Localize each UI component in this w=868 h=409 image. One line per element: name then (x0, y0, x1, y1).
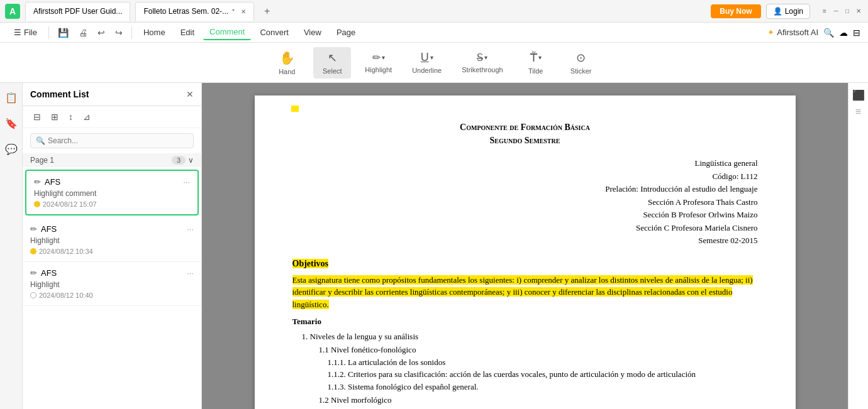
left-icon-bookmark[interactable]: 🔖 (3, 115, 20, 132)
pdf-temario-title: Temario (292, 317, 321, 326)
minimize-button[interactable]: ─ (832, 7, 840, 16)
buy-now-button[interactable]: Buy Now (711, 4, 760, 18)
afirstsoft-ai-button[interactable]: ✦ Afirstsoft AI (767, 28, 818, 37)
pdf-sub-sub-item-1-1-1: 1.1.1. La articulación de los sonidos (328, 356, 758, 369)
save-icon-button[interactable]: 💾 (54, 25, 72, 40)
comment-user-name-2: AFS (41, 224, 57, 234)
pdf-title-line1: Componente de Formación Básica (292, 121, 758, 134)
comment-text-1: Highlight comment (34, 189, 190, 198)
hamburger-icon: ☰ (14, 28, 21, 37)
tilde-dropdown-arrow[interactable]: ▾ (538, 54, 542, 61)
underline-dropdown-arrow[interactable]: ▾ (430, 54, 433, 61)
cloud-button[interactable]: ☁ (839, 28, 848, 38)
pdf-objectives-title: Objetivos (292, 259, 329, 268)
main-area: 📋 🔖 💬 Comment List ✕ ⊟ ⊞ ↕ ⊿ 🔍 Page 1 3 … (0, 83, 868, 409)
comment-more-button-3[interactable]: ··· (187, 268, 194, 278)
pdf-header: Componente de Formación Básica Segundo S… (292, 121, 758, 147)
pdf-sub-sub-list-1: 1.1.1. La articulación de los sonidos 1.… (328, 356, 758, 393)
comment-search-input[interactable] (48, 136, 188, 145)
login-button[interactable]: 👤 Login (766, 4, 810, 19)
sort-button[interactable]: ↕ (65, 110, 76, 124)
right-panel-icon-2[interactable]: ≡ (855, 106, 861, 117)
strikethrough-tool-button[interactable]: S̶ ▾ Strikethrough (455, 48, 509, 77)
select-tool-button[interactable]: ↖ Select (313, 47, 351, 79)
comment-item-2[interactable]: ✏ AFS ··· Highlight 2024/08/12 10:34 (23, 218, 201, 262)
tab-folleto[interactable]: Folleto Letras Sem. 02-... * ✕ (135, 2, 254, 21)
comment-dot-3 (30, 292, 36, 298)
menu-convert[interactable]: Convert (253, 25, 295, 40)
comment-more-button-2[interactable]: ··· (187, 224, 194, 234)
collapse-all-button[interactable]: ⊟ (30, 110, 44, 124)
pdf-page: Componente de Formación Básica Segundo S… (255, 95, 796, 409)
menu-home[interactable]: Home (137, 25, 172, 40)
page-filter-toggle[interactable]: ∨ (188, 156, 194, 165)
comment-more-button-1[interactable]: ··· (183, 177, 190, 187)
page-filter-label: Page 1 (30, 156, 54, 165)
sidebar-toolbar: ⊟ ⊞ ↕ ⊿ (23, 106, 201, 128)
comment-dot-1 (34, 201, 40, 207)
left-icon-clipboard[interactable]: 📋 (3, 89, 20, 106)
expand-all-button[interactable]: ⊞ (48, 110, 62, 124)
pdf-info-linguistica: Lingüística general (292, 157, 758, 170)
comment-dot-2 (30, 248, 36, 254)
pdf-info-seccion-b: Sección B Profesor Orlwins Maizo (292, 209, 758, 221)
tab-modified-indicator: * (232, 8, 235, 15)
sidebar-close-button[interactable]: ✕ (186, 89, 194, 99)
highlight-icon: ✏ (372, 52, 381, 63)
comment-user-name-3: AFS (41, 268, 57, 278)
right-panel: ⬛ ≡ (848, 83, 868, 409)
menu-comment[interactable]: Comment (203, 25, 251, 40)
underline-icon: U (421, 51, 429, 64)
menu-page[interactable]: Page (330, 25, 362, 40)
sticker-tool-button[interactable]: ⊙ Sticker (562, 47, 600, 79)
maximize-button[interactable]: □ (843, 7, 852, 16)
toolbar: ✋ Hand ↖ Select ✏ ▾ Highlight U ▾ Underl… (0, 43, 868, 83)
comment-item-1[interactable]: ✏ AFS ··· Highlight comment 2024/08/12 1… (25, 170, 199, 215)
pdf-viewer[interactable]: Componente de Formación Básica Segundo S… (202, 83, 848, 409)
highlight-tool-button[interactable]: ✏ ▾ Highlight (359, 48, 398, 77)
comment-item-3[interactable]: ✏ AFS ··· Highlight 2024/08/12 10:40 (23, 262, 201, 306)
strikethrough-dropdown-arrow[interactable]: ▾ (484, 54, 487, 61)
filter-button[interactable]: ⊿ (80, 110, 94, 124)
comment-search-box[interactable]: 🔍 (30, 133, 194, 148)
comment-user-icon-3: ✏ (30, 268, 37, 278)
pdf-info-prelacion: Prelación: Introducción al estudio del l… (292, 183, 758, 195)
collapse-button[interactable]: ⊟ (853, 28, 860, 38)
undo-icon-button[interactable]: ↩ (94, 25, 109, 40)
sidebar-header: Comment List ✕ (23, 83, 201, 106)
underline-tool-button[interactable]: U ▾ Underline (406, 47, 448, 78)
comment-text-3: Highlight (30, 280, 194, 289)
comment-date-2: 2024/08/12 10:34 (30, 248, 194, 255)
menu-edit[interactable]: Edit (174, 25, 201, 40)
comment-date-3: 2024/08/12 10:40 (30, 292, 194, 299)
pdf-sub-list-1: 1.1 Nivel fonético-fonológico 1.1.1. La … (319, 344, 758, 409)
pdf-temario-item-1: Niveles de la lengua y su análisis 1.1 N… (310, 330, 758, 410)
close-button[interactable]: ✕ (854, 7, 863, 16)
file-menu-button[interactable]: ☰ File (8, 25, 43, 40)
add-tab-button[interactable]: + (259, 3, 275, 19)
pdf-objectives-text: Esta asignatura tiene como propósitos fu… (292, 274, 758, 311)
select-icon: ↖ (328, 51, 337, 65)
highlight-dropdown-arrow[interactable]: ▾ (382, 54, 385, 61)
hand-tool-button[interactable]: ✋ Hand (268, 46, 306, 79)
search-menu-button[interactable]: 🔍 (823, 28, 834, 38)
comment-user-icon-1: ✏ (34, 177, 41, 187)
window-controls: ≡ ─ □ ✕ (820, 7, 863, 16)
comment-sidebar: Comment List ✕ ⊟ ⊞ ↕ ⊿ 🔍 Page 1 3 ∨ (23, 83, 202, 409)
pdf-info-codigo: Código: L112 (292, 170, 758, 183)
tab-close-button[interactable]: ✕ (241, 8, 246, 15)
menu-view[interactable]: View (298, 25, 328, 40)
redo-icon-button[interactable]: ↪ (111, 25, 126, 40)
pdf-sub-sub-item-1-1-2: 1.1.2. Criterios para su clasificación: … (328, 368, 758, 381)
right-panel-icon-1[interactable]: ⬛ (852, 89, 865, 101)
pdf-objectives-highlight: Esta asignatura tiene como propósitos fu… (292, 275, 753, 309)
tab-afirstsoft-guide[interactable]: Afirstsoft PDF User Guid... (25, 2, 130, 21)
search-box-icon: 🔍 (36, 136, 45, 145)
left-icon-comment[interactable]: 💬 (3, 141, 20, 158)
pdf-small-highlight (291, 106, 299, 112)
tilde-tool-button[interactable]: T̃ ▾ Tilde (517, 47, 555, 79)
pdf-objectives: Objetivos Esta asignatura tiene como pro… (292, 257, 758, 311)
menu-button[interactable]: ≡ (820, 7, 829, 16)
print-icon-button[interactable]: 🖨 (75, 25, 91, 40)
app-logo: A (5, 4, 20, 19)
